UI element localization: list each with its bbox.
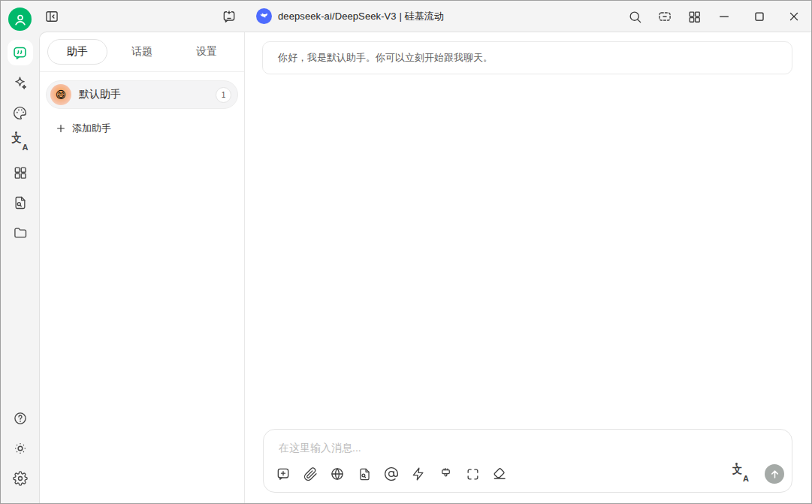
- translate-icon: 文 A: [12, 135, 29, 150]
- send-button[interactable]: [765, 464, 784, 484]
- quick-phrases-button[interactable]: [408, 464, 429, 484]
- sidebar-rail: 文 A: [1, 32, 39, 503]
- message-plus-icon: [276, 466, 291, 481]
- divider: [40, 71, 244, 72]
- tab-settings[interactable]: 设置: [177, 39, 237, 65]
- theme-toggle-button[interactable]: [8, 436, 33, 461]
- minimize-icon: [717, 9, 732, 24]
- model-title-group[interactable]: deepseek-ai/DeepSeek-V3 | 硅基流动: [256, 1, 444, 32]
- new-topic-toolbar-button[interactable]: [273, 464, 294, 484]
- collapse-sidebar-button[interactable]: [42, 7, 62, 26]
- add-assistant-label: 添加助手: [72, 122, 111, 135]
- settings-button[interactable]: [8, 466, 33, 491]
- assistant-avatar: 😄: [50, 84, 71, 105]
- assistant-list-item[interactable]: 😄 默认助手 1: [46, 80, 238, 109]
- help-icon: [13, 411, 28, 426]
- model-title: deepseek-ai/DeepSeek-V3 | 硅基流动: [278, 10, 444, 23]
- expand-icon: [466, 467, 480, 481]
- folder-icon: [13, 225, 28, 240]
- app-window: deepseek-ai/DeepSeek-V3 | 硅基流动: [0, 0, 812, 504]
- assistants-panel: 助手 话题 设置 😄 默认助手 1 添加助手: [40, 32, 245, 503]
- eraser-icon: [492, 466, 507, 481]
- search-button[interactable]: [625, 7, 644, 26]
- web-search-button[interactable]: [327, 464, 348, 484]
- sidebar-item-translate[interactable]: 文 A: [8, 130, 33, 155]
- message-input-card: 文 A: [263, 429, 792, 493]
- mini-window-icon: [657, 9, 672, 24]
- search-icon: [628, 10, 642, 24]
- close-button[interactable]: [784, 7, 804, 26]
- panel-tabs: 助手 话题 设置: [40, 32, 244, 71]
- help-button[interactable]: [8, 406, 33, 431]
- sun-icon: [13, 441, 28, 456]
- paintbrush-button[interactable]: [435, 464, 456, 484]
- input-toolbar: 文 A: [264, 455, 792, 492]
- attach-file-button[interactable]: [300, 464, 321, 484]
- minimize-button[interactable]: [714, 7, 734, 26]
- grid-icon: [687, 10, 702, 24]
- sidebar-item-knowledge[interactable]: [8, 190, 33, 216]
- file-search-icon: [13, 195, 28, 210]
- close-icon: [786, 9, 801, 24]
- chat-area: 你好，我是默认助手。你可以立刻开始跟我聊天。: [245, 32, 811, 503]
- assistant-name: 默认助手: [79, 88, 121, 101]
- knowledge-base-button[interactable]: [354, 464, 375, 484]
- mini-window-button[interactable]: [655, 7, 675, 26]
- plus-icon: [56, 123, 66, 134]
- gear-icon: [13, 471, 28, 486]
- grid-icon: [13, 165, 28, 180]
- sparkles-icon: [12, 75, 28, 91]
- tab-topics[interactable]: 话题: [112, 39, 172, 65]
- maximize-icon: [752, 9, 767, 24]
- translate-icon: 文 A: [732, 466, 749, 481]
- paintbrush-icon: [439, 467, 453, 481]
- paperclip-icon: [303, 467, 318, 481]
- content-area: 助手 话题 设置 😄 默认助手 1 添加助手 你好，我是默认助手。你可以立刻开始…: [39, 32, 811, 503]
- mention-model-button[interactable]: [381, 464, 402, 484]
- chat-bubble-icon: [12, 45, 28, 61]
- user-avatar[interactable]: [8, 8, 32, 31]
- sidebar-item-minapps[interactable]: [8, 160, 33, 186]
- panel-left-close-icon: [44, 9, 59, 24]
- palette-icon: [12, 105, 28, 121]
- apps-grid-button[interactable]: [684, 7, 704, 26]
- sidebar-item-agents[interactable]: [8, 70, 33, 95]
- sidebar-item-paintings[interactable]: [8, 100, 33, 125]
- globe-icon: [330, 466, 345, 481]
- assistant-greeting-bubble: 你好，我是默认助手。你可以立刻开始跟我聊天。: [262, 41, 792, 74]
- topic-count-badge: 1: [216, 87, 231, 103]
- zap-icon: [411, 466, 426, 481]
- maximize-button[interactable]: [750, 7, 769, 26]
- add-assistant-button[interactable]: 添加助手: [56, 122, 244, 135]
- translate-input-button[interactable]: 文 A: [730, 464, 751, 484]
- sidebar-item-files[interactable]: [8, 220, 33, 246]
- expand-input-button[interactable]: [462, 464, 483, 484]
- file-search-icon: [358, 467, 372, 481]
- new-topic-button[interactable]: [219, 7, 239, 26]
- sidebar-item-chat[interactable]: [8, 40, 33, 65]
- deepseek-logo-icon: [256, 8, 272, 24]
- clear-context-button[interactable]: [489, 464, 510, 484]
- message-plus-icon: [222, 9, 237, 24]
- message-input[interactable]: [279, 440, 777, 455]
- arrow-up-icon: [769, 469, 780, 480]
- titlebar: deepseek-ai/DeepSeek-V3 | 硅基流动: [1, 1, 811, 32]
- tab-assistants[interactable]: 助手: [47, 39, 107, 65]
- person-icon: [13, 12, 28, 27]
- at-sign-icon: [384, 466, 399, 481]
